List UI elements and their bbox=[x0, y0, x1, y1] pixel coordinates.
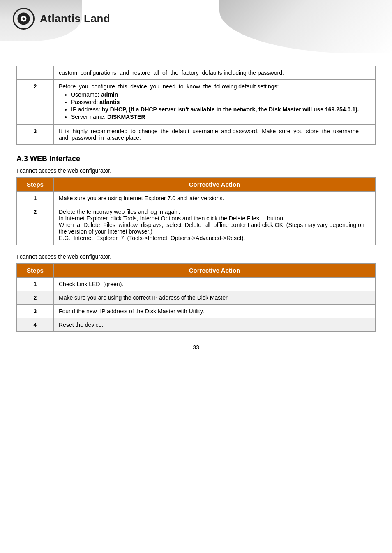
table-row: 1 Check Link LED (green). bbox=[17, 278, 376, 291]
content-cell-1: custom configurations and restore all of… bbox=[54, 66, 376, 80]
step-cell-1: 1 bbox=[17, 192, 54, 205]
step-cell-4: 4 bbox=[17, 318, 54, 332]
col-header-action: Corrective Action bbox=[54, 178, 376, 192]
header: Atlantis Land bbox=[0, 0, 392, 58]
table-row: 2 Make sure you are using the correct IP… bbox=[17, 291, 376, 305]
step-cell-3: 3 bbox=[17, 305, 54, 318]
table-row: 2 Delete the temporary web files and log… bbox=[17, 205, 376, 245]
logo-text: Atlantis Land bbox=[40, 12, 110, 25]
table1-intro: I cannot access the web configurator. bbox=[16, 167, 376, 174]
list-item: Username: admin bbox=[71, 91, 370, 98]
header-curve-right bbox=[219, 0, 392, 53]
intro-table: custom configurations and restore all of… bbox=[16, 66, 376, 145]
action-cell-3: Found the new IP address of the Disk Mas… bbox=[54, 305, 376, 318]
web-table-2: Steps Corrective Action 1 Check Link LED… bbox=[16, 263, 376, 332]
list-item: Password: atlantis bbox=[71, 99, 370, 105]
action-cell-1: Make sure you are using Internet Explore… bbox=[54, 192, 376, 205]
list-item: IP address: by DHCP, (If a DHCP server i… bbox=[71, 106, 370, 113]
logo-area: Atlantis Land bbox=[12, 7, 110, 30]
content-area: custom configurations and restore all of… bbox=[0, 58, 392, 367]
col-header-action: Corrective Action bbox=[54, 264, 376, 278]
action-cell-2: Delete the temporary web files and log i… bbox=[54, 205, 376, 245]
table-row: 4 Reset the device. bbox=[17, 318, 376, 332]
action-cell-1: Check Link LED (green). bbox=[54, 278, 376, 291]
step-cell-2: 2 bbox=[17, 205, 54, 245]
section-heading-a3: A.3 WEB Interface bbox=[16, 155, 376, 163]
table-row: custom configurations and restore all of… bbox=[17, 66, 376, 80]
web-table-1: Steps Corrective Action 1 Make sure you … bbox=[16, 177, 376, 245]
table-header-row: Steps Corrective Action bbox=[17, 264, 376, 278]
action-cell-2: Make sure you are using the correct IP a… bbox=[54, 291, 376, 305]
col-header-steps: Steps bbox=[17, 178, 54, 192]
col-header-steps: Steps bbox=[17, 264, 54, 278]
table2-intro: I cannot access the web configurator. bbox=[16, 253, 376, 260]
table-header-row: Steps Corrective Action bbox=[17, 178, 376, 192]
step-cell-1: 1 bbox=[17, 278, 54, 291]
table-row: 3 Found the new IP address of the Disk M… bbox=[17, 305, 376, 318]
svg-point-3 bbox=[23, 18, 25, 20]
step-cell-2: 2 bbox=[17, 291, 54, 305]
content-cell-2: Before you configure this device you nee… bbox=[54, 80, 376, 125]
logo-icon bbox=[12, 7, 35, 30]
step-cell-3: 3 bbox=[17, 125, 54, 145]
list-item: Server name: DISKMASTER bbox=[71, 113, 370, 120]
content-cell-3: It is highly recommended to change the d… bbox=[54, 125, 376, 145]
action-cell-4: Reset the device. bbox=[54, 318, 376, 332]
step-cell-empty bbox=[17, 66, 54, 80]
table-row: 3 It is highly recommended to change the… bbox=[17, 125, 376, 145]
table-row: 1 Make sure you are using Internet Explo… bbox=[17, 192, 376, 205]
page-number: 33 bbox=[16, 344, 376, 351]
table-row: 2 Before you configure this device you n… bbox=[17, 80, 376, 125]
step-cell-2: 2 bbox=[17, 80, 54, 125]
